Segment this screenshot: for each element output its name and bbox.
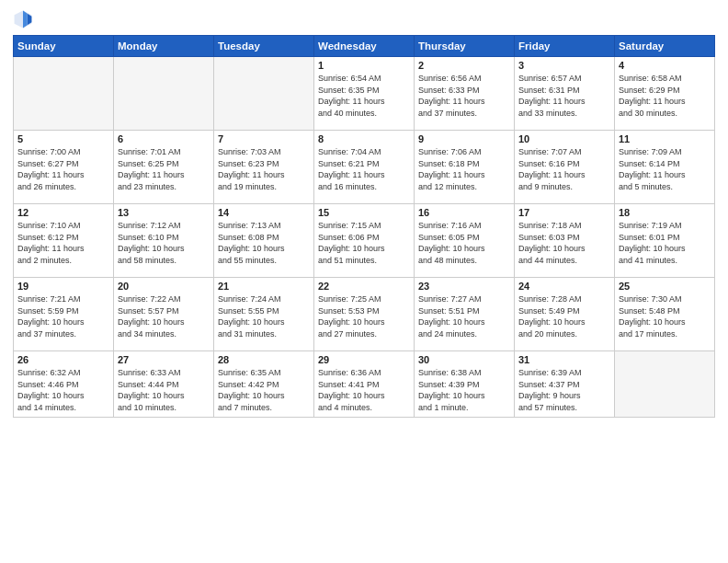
- calendar-cell: 31Sunrise: 6:39 AM Sunset: 4:37 PM Dayli…: [515, 351, 615, 418]
- day-info: Sunrise: 7:03 AM Sunset: 6:23 PM Dayligh…: [218, 146, 310, 192]
- day-number: 28: [218, 354, 310, 365]
- calendar-cell: 14Sunrise: 7:13 AM Sunset: 6:08 PM Dayli…: [214, 204, 314, 278]
- day-number: 5: [17, 133, 109, 144]
- calendar-week-row: 12Sunrise: 7:10 AM Sunset: 6:12 PM Dayli…: [14, 204, 715, 278]
- weekday-header: Thursday: [415, 36, 515, 57]
- calendar-cell: 18Sunrise: 7:19 AM Sunset: 6:01 PM Dayli…: [615, 204, 715, 278]
- day-number: 16: [418, 207, 510, 218]
- calendar-week-row: 1Sunrise: 6:54 AM Sunset: 6:35 PM Daylig…: [14, 57, 715, 131]
- day-info: Sunrise: 6:38 AM Sunset: 4:39 PM Dayligh…: [418, 367, 510, 413]
- calendar-cell: 17Sunrise: 7:18 AM Sunset: 6:03 PM Dayli…: [515, 204, 615, 278]
- day-number: 26: [17, 354, 109, 365]
- day-info: Sunrise: 6:32 AM Sunset: 4:46 PM Dayligh…: [17, 367, 109, 413]
- day-info: Sunrise: 7:27 AM Sunset: 5:51 PM Dayligh…: [418, 293, 510, 339]
- day-info: Sunrise: 7:30 AM Sunset: 5:48 PM Dayligh…: [619, 293, 711, 339]
- day-info: Sunrise: 7:18 AM Sunset: 6:03 PM Dayligh…: [518, 220, 610, 266]
- calendar-cell: 20Sunrise: 7:22 AM Sunset: 5:57 PM Dayli…: [114, 278, 214, 351]
- day-info: Sunrise: 7:09 AM Sunset: 6:14 PM Dayligh…: [619, 146, 711, 192]
- calendar-cell: 1Sunrise: 6:54 AM Sunset: 6:35 PM Daylig…: [314, 57, 415, 131]
- day-number: 18: [619, 207, 711, 218]
- calendar-cell: 30Sunrise: 6:38 AM Sunset: 4:39 PM Dayli…: [415, 351, 515, 418]
- calendar-cell: 3Sunrise: 6:57 AM Sunset: 6:31 PM Daylig…: [515, 57, 615, 131]
- day-number: 25: [619, 281, 711, 292]
- weekday-header: Wednesday: [314, 36, 415, 57]
- day-number: 31: [518, 354, 610, 365]
- day-number: 20: [118, 281, 210, 292]
- calendar-cell: 2Sunrise: 6:56 AM Sunset: 6:33 PM Daylig…: [415, 57, 515, 131]
- day-number: 13: [118, 207, 210, 218]
- calendar-cell: [14, 57, 114, 131]
- day-info: Sunrise: 7:22 AM Sunset: 5:57 PM Dayligh…: [118, 293, 210, 339]
- calendar-cell: 26Sunrise: 6:32 AM Sunset: 4:46 PM Dayli…: [14, 351, 114, 418]
- day-info: Sunrise: 7:19 AM Sunset: 6:01 PM Dayligh…: [619, 220, 711, 266]
- day-info: Sunrise: 6:57 AM Sunset: 6:31 PM Dayligh…: [518, 73, 610, 119]
- day-number: 7: [218, 133, 310, 144]
- calendar-cell: [214, 57, 314, 131]
- weekday-header: Friday: [515, 36, 615, 57]
- day-info: Sunrise: 7:13 AM Sunset: 6:08 PM Dayligh…: [218, 220, 310, 266]
- day-number: 24: [518, 281, 610, 292]
- day-info: Sunrise: 7:10 AM Sunset: 6:12 PM Dayligh…: [17, 220, 109, 266]
- day-info: Sunrise: 7:21 AM Sunset: 5:59 PM Dayligh…: [17, 293, 109, 339]
- calendar-cell: 5Sunrise: 7:00 AM Sunset: 6:27 PM Daylig…: [14, 131, 114, 204]
- calendar-cell: 19Sunrise: 7:21 AM Sunset: 5:59 PM Dayli…: [14, 278, 114, 351]
- logo-icon: [13, 9, 33, 29]
- calendar-cell: 27Sunrise: 6:33 AM Sunset: 4:44 PM Dayli…: [114, 351, 214, 418]
- day-info: Sunrise: 7:04 AM Sunset: 6:21 PM Dayligh…: [318, 146, 410, 192]
- calendar-cell: 28Sunrise: 6:35 AM Sunset: 4:42 PM Dayli…: [214, 351, 314, 418]
- day-number: 6: [118, 133, 210, 144]
- day-info: Sunrise: 7:12 AM Sunset: 6:10 PM Dayligh…: [118, 220, 210, 266]
- day-info: Sunrise: 6:39 AM Sunset: 4:37 PM Dayligh…: [518, 367, 610, 413]
- calendar-cell: 21Sunrise: 7:24 AM Sunset: 5:55 PM Dayli…: [214, 278, 314, 351]
- calendar-cell: 12Sunrise: 7:10 AM Sunset: 6:12 PM Dayli…: [14, 204, 114, 278]
- weekday-header: Monday: [114, 36, 214, 57]
- day-number: 23: [418, 281, 510, 292]
- calendar-cell: 11Sunrise: 7:09 AM Sunset: 6:14 PM Dayli…: [615, 131, 715, 204]
- calendar-cell: 23Sunrise: 7:27 AM Sunset: 5:51 PM Dayli…: [415, 278, 515, 351]
- day-info: Sunrise: 7:01 AM Sunset: 6:25 PM Dayligh…: [118, 146, 210, 192]
- calendar-cell: [615, 351, 715, 418]
- day-number: 8: [318, 133, 410, 144]
- day-number: 10: [518, 133, 610, 144]
- day-info: Sunrise: 6:56 AM Sunset: 6:33 PM Dayligh…: [418, 73, 510, 119]
- calendar-header-row: SundayMondayTuesdayWednesdayThursdayFrid…: [14, 36, 715, 57]
- day-number: 2: [418, 60, 510, 71]
- day-number: 17: [518, 207, 610, 218]
- calendar-cell: 24Sunrise: 7:28 AM Sunset: 5:49 PM Dayli…: [515, 278, 615, 351]
- calendar-cell: 16Sunrise: 7:16 AM Sunset: 6:05 PM Dayli…: [415, 204, 515, 278]
- day-info: Sunrise: 6:35 AM Sunset: 4:42 PM Dayligh…: [218, 367, 310, 413]
- day-info: Sunrise: 7:07 AM Sunset: 6:16 PM Dayligh…: [518, 146, 610, 192]
- calendar-week-row: 5Sunrise: 7:00 AM Sunset: 6:27 PM Daylig…: [14, 131, 715, 204]
- day-info: Sunrise: 7:00 AM Sunset: 6:27 PM Dayligh…: [17, 146, 109, 192]
- day-number: 29: [318, 354, 410, 365]
- day-number: 3: [518, 60, 610, 71]
- day-number: 30: [418, 354, 510, 365]
- day-number: 11: [619, 133, 711, 144]
- logo: [13, 9, 37, 29]
- day-number: 1: [318, 60, 410, 71]
- day-number: 22: [318, 281, 410, 292]
- day-number: 21: [218, 281, 310, 292]
- calendar-cell: 22Sunrise: 7:25 AM Sunset: 5:53 PM Dayli…: [314, 278, 415, 351]
- calendar-week-row: 19Sunrise: 7:21 AM Sunset: 5:59 PM Dayli…: [14, 278, 715, 351]
- calendar-cell: 4Sunrise: 6:58 AM Sunset: 6:29 PM Daylig…: [615, 57, 715, 131]
- svg-marker-3: [23, 11, 28, 29]
- day-number: 12: [17, 207, 109, 218]
- day-info: Sunrise: 7:24 AM Sunset: 5:55 PM Dayligh…: [218, 293, 310, 339]
- calendar-cell: 6Sunrise: 7:01 AM Sunset: 6:25 PM Daylig…: [114, 131, 214, 204]
- day-number: 15: [318, 207, 410, 218]
- day-number: 14: [218, 207, 310, 218]
- day-info: Sunrise: 7:25 AM Sunset: 5:53 PM Dayligh…: [318, 293, 410, 339]
- calendar-cell: 13Sunrise: 7:12 AM Sunset: 6:10 PM Dayli…: [114, 204, 214, 278]
- day-number: 4: [619, 60, 711, 71]
- day-info: Sunrise: 7:16 AM Sunset: 6:05 PM Dayligh…: [418, 220, 510, 266]
- day-number: 19: [17, 281, 109, 292]
- day-info: Sunrise: 7:28 AM Sunset: 5:49 PM Dayligh…: [518, 293, 610, 339]
- calendar-cell: 8Sunrise: 7:04 AM Sunset: 6:21 PM Daylig…: [314, 131, 415, 204]
- day-number: 27: [118, 354, 210, 365]
- page-header: [13, 9, 715, 29]
- calendar-cell: 15Sunrise: 7:15 AM Sunset: 6:06 PM Dayli…: [314, 204, 415, 278]
- calendar-cell: 10Sunrise: 7:07 AM Sunset: 6:16 PM Dayli…: [515, 131, 615, 204]
- calendar-week-row: 26Sunrise: 6:32 AM Sunset: 4:46 PM Dayli…: [14, 351, 715, 418]
- calendar-table: SundayMondayTuesdayWednesdayThursdayFrid…: [13, 35, 715, 418]
